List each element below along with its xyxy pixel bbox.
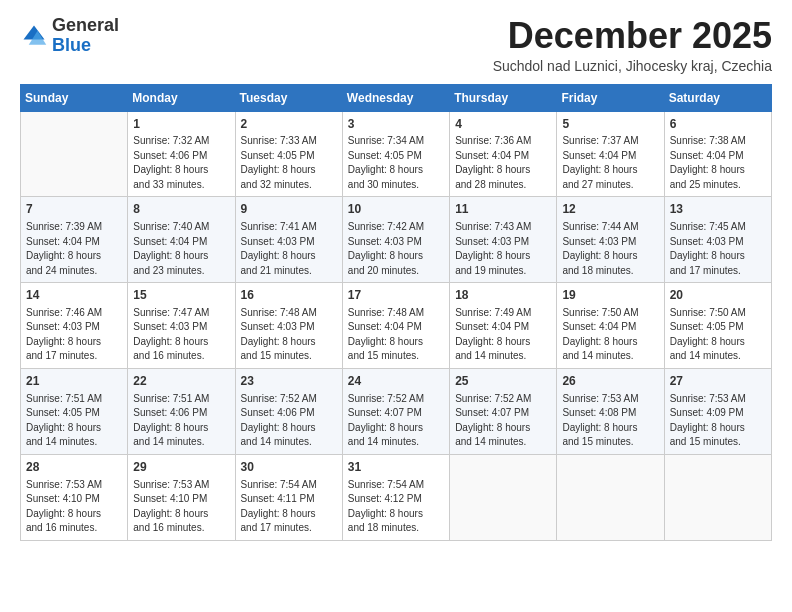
title-block: December 2025 Suchdol nad Luznici, Jihoc…: [493, 16, 772, 74]
calendar-cell: 27Sunrise: 7:53 AMSunset: 4:09 PMDayligh…: [664, 368, 771, 454]
calendar-week-row: 1Sunrise: 7:32 AMSunset: 4:06 PMDaylight…: [21, 111, 772, 197]
calendar-week-row: 28Sunrise: 7:53 AMSunset: 4:10 PMDayligh…: [21, 454, 772, 540]
calendar-cell: 10Sunrise: 7:42 AMSunset: 4:03 PMDayligh…: [342, 197, 449, 283]
calendar-cell: 18Sunrise: 7:49 AMSunset: 4:04 PMDayligh…: [450, 283, 557, 369]
day-number: 21: [26, 373, 122, 390]
day-number: 27: [670, 373, 766, 390]
day-number: 9: [241, 201, 337, 218]
day-info: Sunrise: 7:39 AMSunset: 4:04 PMDaylight:…: [26, 220, 122, 278]
day-info: Sunrise: 7:43 AMSunset: 4:03 PMDaylight:…: [455, 220, 551, 278]
day-number: 19: [562, 287, 658, 304]
calendar-cell: 31Sunrise: 7:54 AMSunset: 4:12 PMDayligh…: [342, 454, 449, 540]
day-info: Sunrise: 7:36 AMSunset: 4:04 PMDaylight:…: [455, 134, 551, 192]
calendar-cell: 11Sunrise: 7:43 AMSunset: 4:03 PMDayligh…: [450, 197, 557, 283]
day-number: 24: [348, 373, 444, 390]
day-info: Sunrise: 7:49 AMSunset: 4:04 PMDaylight:…: [455, 306, 551, 364]
weekday-header: Saturday: [664, 84, 771, 111]
calendar-week-row: 7Sunrise: 7:39 AMSunset: 4:04 PMDaylight…: [21, 197, 772, 283]
day-info: Sunrise: 7:34 AMSunset: 4:05 PMDaylight:…: [348, 134, 444, 192]
day-number: 4: [455, 116, 551, 133]
day-info: Sunrise: 7:37 AMSunset: 4:04 PMDaylight:…: [562, 134, 658, 192]
calendar-cell: 8Sunrise: 7:40 AMSunset: 4:04 PMDaylight…: [128, 197, 235, 283]
page-header: General Blue December 2025 Suchdol nad L…: [20, 16, 772, 74]
day-info: Sunrise: 7:52 AMSunset: 4:06 PMDaylight:…: [241, 392, 337, 450]
calendar-week-row: 14Sunrise: 7:46 AMSunset: 4:03 PMDayligh…: [21, 283, 772, 369]
calendar-cell: 2Sunrise: 7:33 AMSunset: 4:05 PMDaylight…: [235, 111, 342, 197]
day-info: Sunrise: 7:52 AMSunset: 4:07 PMDaylight:…: [455, 392, 551, 450]
day-info: Sunrise: 7:42 AMSunset: 4:03 PMDaylight:…: [348, 220, 444, 278]
day-number: 26: [562, 373, 658, 390]
weekday-header: Tuesday: [235, 84, 342, 111]
day-number: 29: [133, 459, 229, 476]
calendar-cell: 1Sunrise: 7:32 AMSunset: 4:06 PMDaylight…: [128, 111, 235, 197]
day-number: 5: [562, 116, 658, 133]
calendar-cell: 7Sunrise: 7:39 AMSunset: 4:04 PMDaylight…: [21, 197, 128, 283]
day-info: Sunrise: 7:48 AMSunset: 4:03 PMDaylight:…: [241, 306, 337, 364]
day-info: Sunrise: 7:54 AMSunset: 4:11 PMDaylight:…: [241, 478, 337, 536]
calendar-cell: [450, 454, 557, 540]
day-info: Sunrise: 7:33 AMSunset: 4:05 PMDaylight:…: [241, 134, 337, 192]
day-info: Sunrise: 7:53 AMSunset: 4:08 PMDaylight:…: [562, 392, 658, 450]
calendar-cell: [21, 111, 128, 197]
logo-blue: Blue: [52, 35, 91, 55]
calendar-cell: [664, 454, 771, 540]
calendar-cell: 22Sunrise: 7:51 AMSunset: 4:06 PMDayligh…: [128, 368, 235, 454]
day-number: 22: [133, 373, 229, 390]
calendar-cell: 28Sunrise: 7:53 AMSunset: 4:10 PMDayligh…: [21, 454, 128, 540]
day-number: 23: [241, 373, 337, 390]
calendar-cell: 19Sunrise: 7:50 AMSunset: 4:04 PMDayligh…: [557, 283, 664, 369]
day-number: 8: [133, 201, 229, 218]
logo: General Blue: [20, 16, 119, 56]
day-number: 7: [26, 201, 122, 218]
calendar-cell: 25Sunrise: 7:52 AMSunset: 4:07 PMDayligh…: [450, 368, 557, 454]
calendar-cell: 20Sunrise: 7:50 AMSunset: 4:05 PMDayligh…: [664, 283, 771, 369]
day-info: Sunrise: 7:32 AMSunset: 4:06 PMDaylight:…: [133, 134, 229, 192]
calendar-cell: 4Sunrise: 7:36 AMSunset: 4:04 PMDaylight…: [450, 111, 557, 197]
day-info: Sunrise: 7:51 AMSunset: 4:06 PMDaylight:…: [133, 392, 229, 450]
day-number: 25: [455, 373, 551, 390]
calendar-table: SundayMondayTuesdayWednesdayThursdayFrid…: [20, 84, 772, 541]
day-info: Sunrise: 7:38 AMSunset: 4:04 PMDaylight:…: [670, 134, 766, 192]
day-info: Sunrise: 7:40 AMSunset: 4:04 PMDaylight:…: [133, 220, 229, 278]
calendar-cell: 5Sunrise: 7:37 AMSunset: 4:04 PMDaylight…: [557, 111, 664, 197]
logo-general: General: [52, 15, 119, 35]
day-number: 3: [348, 116, 444, 133]
calendar-cell: 13Sunrise: 7:45 AMSunset: 4:03 PMDayligh…: [664, 197, 771, 283]
day-info: Sunrise: 7:54 AMSunset: 4:12 PMDaylight:…: [348, 478, 444, 536]
day-number: 10: [348, 201, 444, 218]
day-number: 15: [133, 287, 229, 304]
calendar-cell: 30Sunrise: 7:54 AMSunset: 4:11 PMDayligh…: [235, 454, 342, 540]
day-number: 6: [670, 116, 766, 133]
weekday-header: Thursday: [450, 84, 557, 111]
day-number: 13: [670, 201, 766, 218]
calendar-cell: 16Sunrise: 7:48 AMSunset: 4:03 PMDayligh…: [235, 283, 342, 369]
weekday-header: Monday: [128, 84, 235, 111]
weekday-header: Friday: [557, 84, 664, 111]
day-info: Sunrise: 7:46 AMSunset: 4:03 PMDaylight:…: [26, 306, 122, 364]
day-info: Sunrise: 7:47 AMSunset: 4:03 PMDaylight:…: [133, 306, 229, 364]
calendar-cell: 23Sunrise: 7:52 AMSunset: 4:06 PMDayligh…: [235, 368, 342, 454]
day-info: Sunrise: 7:53 AMSunset: 4:10 PMDaylight:…: [133, 478, 229, 536]
calendar-cell: 12Sunrise: 7:44 AMSunset: 4:03 PMDayligh…: [557, 197, 664, 283]
day-number: 12: [562, 201, 658, 218]
location-subtitle: Suchdol nad Luznici, Jihocesky kraj, Cze…: [493, 58, 772, 74]
day-number: 30: [241, 459, 337, 476]
calendar-cell: 17Sunrise: 7:48 AMSunset: 4:04 PMDayligh…: [342, 283, 449, 369]
weekday-header: Wednesday: [342, 84, 449, 111]
weekday-header: Sunday: [21, 84, 128, 111]
day-info: Sunrise: 7:41 AMSunset: 4:03 PMDaylight:…: [241, 220, 337, 278]
day-info: Sunrise: 7:53 AMSunset: 4:10 PMDaylight:…: [26, 478, 122, 536]
day-info: Sunrise: 7:50 AMSunset: 4:04 PMDaylight:…: [562, 306, 658, 364]
calendar-cell: 14Sunrise: 7:46 AMSunset: 4:03 PMDayligh…: [21, 283, 128, 369]
day-info: Sunrise: 7:50 AMSunset: 4:05 PMDaylight:…: [670, 306, 766, 364]
calendar-header-row: SundayMondayTuesdayWednesdayThursdayFrid…: [21, 84, 772, 111]
calendar-cell: 24Sunrise: 7:52 AMSunset: 4:07 PMDayligh…: [342, 368, 449, 454]
calendar-week-row: 21Sunrise: 7:51 AMSunset: 4:05 PMDayligh…: [21, 368, 772, 454]
day-number: 1: [133, 116, 229, 133]
day-number: 20: [670, 287, 766, 304]
day-info: Sunrise: 7:44 AMSunset: 4:03 PMDaylight:…: [562, 220, 658, 278]
calendar-cell: [557, 454, 664, 540]
month-title: December 2025: [493, 16, 772, 56]
day-number: 31: [348, 459, 444, 476]
logo-text: General Blue: [52, 16, 119, 56]
